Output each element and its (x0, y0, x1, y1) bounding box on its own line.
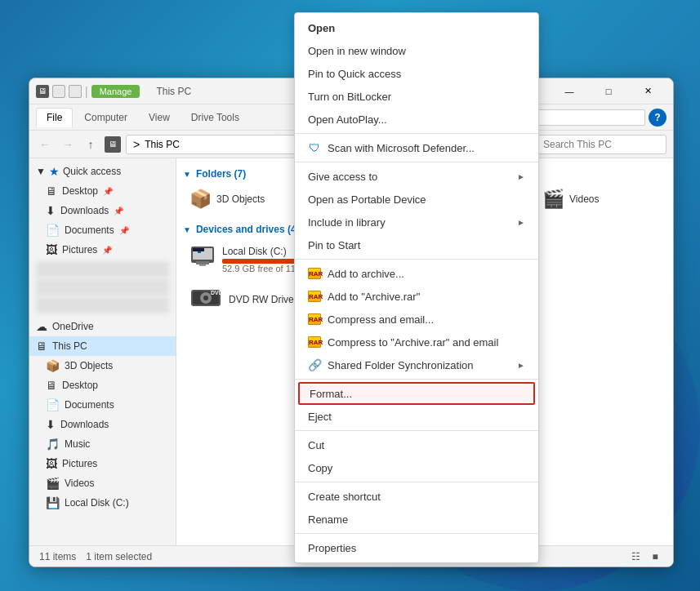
cm-shared-folder[interactable]: 🔗 Shared Folder Synchronization ► (295, 353, 538, 376)
sidebar-3dobjects-label: 3D Objects (65, 360, 113, 371)
cm-add-archive[interactable]: RAR Add to archive... (295, 262, 538, 285)
view-large-button[interactable]: ■ (647, 549, 663, 565)
cm-portable[interactable]: Open as Portable Device (295, 188, 538, 211)
back-button[interactable]: ← (36, 136, 54, 153)
sidebar-quick-access-header[interactable]: ▼ ★ Quick access (29, 162, 176, 181)
cm-copy[interactable]: Copy (295, 456, 538, 479)
sidebar-item-pictures2[interactable]: 🖼 Pictures (29, 454, 176, 473)
cm-open[interactable]: Open (295, 16, 538, 39)
pin-icon-downloads: 📌 (114, 207, 123, 216)
tab-computer[interactable]: Computer (74, 109, 137, 127)
sidebar-item-desktop2[interactable]: 🖥 Desktop (29, 375, 176, 395)
sidebar-pictures2-label: Pictures (62, 458, 97, 469)
cm-bitlocker-label: Turn on BitLocker (308, 91, 391, 103)
sidebar-item-thispc[interactable]: 🖥 This PC (29, 336, 176, 356)
sidebar-downloads2-label: Downloads (60, 419, 109, 430)
svg-rect-2 (196, 261, 209, 264)
rar-icon-2: RAR (308, 291, 321, 302)
thispc-icon: 🖥 (36, 340, 47, 353)
tab-view[interactable]: View (139, 109, 180, 127)
cm-give-access-label: Give access to (308, 171, 377, 183)
folders-header-text: Folders (7) (196, 168, 246, 180)
folder-videos[interactable]: 🎬 Videos (536, 184, 650, 214)
cm-properties[interactable]: Properties (295, 536, 538, 559)
sidebar-item-downloads[interactable]: ⬇ Downloads 📌 (29, 201, 176, 220)
sidebar-item-localc[interactable]: 💾 Local Disk (C:) (29, 493, 176, 513)
sidebar-documents2-label: Documents (65, 399, 114, 411)
sidebar-localc-label: Local Disk (C:) (65, 497, 129, 509)
cm-include-library-label: Include in library (308, 216, 386, 229)
cm-cut[interactable]: Cut (295, 433, 538, 456)
sidebar-item-music[interactable]: 🎵 Music (29, 434, 176, 454)
devices-header-text: Devices and drives (4 (196, 224, 296, 235)
quick-access-btn2[interactable] (69, 85, 82, 98)
cm-eject[interactable]: Eject (295, 405, 538, 428)
breadcrumb-icon: > (133, 138, 140, 151)
up-button[interactable]: ↑ (82, 136, 100, 153)
cm-pin-start[interactable]: Pin to Start (295, 233, 538, 256)
dvd-svg-icon: DVD (189, 285, 222, 311)
search-input[interactable] (536, 135, 667, 154)
context-menu: Open Open in new window Pin to Quick acc… (294, 12, 539, 563)
cm-pin-quick[interactable]: Pin to Quick access (295, 62, 538, 85)
sidebar-blurred-1 (36, 261, 169, 278)
manage-button[interactable]: Manage (91, 85, 140, 98)
folder-3dobjects-name: 3D Objects (216, 193, 265, 205)
help-button[interactable]: ? (649, 109, 667, 127)
cm-rename[interactable]: Rename (295, 508, 538, 531)
window-controls: — □ ✕ (551, 78, 667, 104)
svg-point-14 (203, 296, 208, 300)
view-details-button[interactable]: ☷ (627, 549, 644, 565)
cm-defender-label: Scan with Microsoft Defender... (328, 142, 475, 154)
sidebar-videos-label: Videos (65, 478, 94, 489)
cm-pin-start-label: Pin to Start (308, 239, 360, 251)
cm-add-archive-rar[interactable]: RAR Add to "Archive.rar" (295, 285, 538, 308)
svg-rect-3 (199, 264, 206, 266)
svg-rect-5 (193, 248, 204, 251)
cm-compress-email[interactable]: RAR Compress and email... (295, 308, 538, 331)
tab-drive-tools[interactable]: Drive Tools (181, 109, 249, 127)
cm-compress-archive-email[interactable]: RAR Compress to "Archive.rar" and email (295, 331, 538, 353)
folder-3dobjects[interactable]: 📦 3D Objects (183, 184, 297, 214)
tab-file[interactable]: File (36, 108, 73, 127)
cm-include-library[interactable]: Include in library ► (295, 211, 538, 233)
cm-shared-folder-arrow: ► (517, 361, 525, 370)
cm-format[interactable]: Format... (298, 382, 535, 405)
sidebar-item-onedrive[interactable]: ☁ OneDrive (29, 317, 176, 336)
sidebar-item-downloads2[interactable]: ⬇ Downloads (29, 415, 176, 434)
sidebar-item-3dobjects[interactable]: 📦 3D Objects (29, 356, 176, 375)
sidebar-item-documents[interactable]: 📄 Documents 📌 (29, 220, 176, 240)
devices-chevron: ▼ (183, 225, 191, 234)
sidebar-item-pictures[interactable]: 🖼 Pictures 📌 (29, 240, 176, 260)
documents-icon: 📄 (46, 224, 60, 237)
window-title: This PC (156, 86, 191, 97)
onedrive-icon: ☁ (36, 320, 47, 333)
sidebar-item-desktop[interactable]: 🖥 Desktop 📌 (29, 181, 176, 201)
separator-line: | (85, 85, 88, 98)
folder-3dobjects-icon: 📦 (189, 189, 212, 210)
minimize-button[interactable]: — (551, 78, 588, 104)
cm-create-shortcut[interactable]: Create shortcut (295, 485, 538, 508)
cm-copy-label: Copy (308, 462, 332, 474)
computer-icon: 🖥 (105, 136, 121, 153)
cm-open-new-window[interactable]: Open in new window (295, 39, 538, 62)
downloads-icon: ⬇ (46, 204, 56, 217)
sidebar-item-videos[interactable]: 🎬 Videos (29, 473, 176, 493)
cm-autoplay[interactable]: Open AutoPlay... (295, 108, 538, 131)
cm-sep-6 (295, 482, 538, 482)
sidebar-item-documents2[interactable]: 📄 Documents (29, 395, 176, 415)
maximize-button[interactable]: □ (590, 78, 627, 104)
cm-bitlocker[interactable]: Turn on BitLocker (295, 85, 538, 108)
videos-icon: 🎬 (46, 477, 60, 490)
pin-icon-documents: 📌 (119, 226, 129, 235)
quick-access-btn1[interactable] (52, 85, 65, 98)
cm-format-label: Format... (310, 388, 352, 400)
close-button[interactable]: ✕ (629, 78, 667, 104)
cm-give-access[interactable]: Give access to ► (295, 165, 538, 188)
cm-sep-5 (295, 430, 538, 431)
forward-button[interactable]: → (59, 136, 77, 153)
cm-portable-label: Open as Portable Device (308, 193, 426, 206)
pin-icon: 📌 (103, 187, 113, 196)
music-icon: 🎵 (46, 438, 60, 451)
cm-defender[interactable]: 🛡 Scan with Microsoft Defender... (295, 136, 538, 159)
